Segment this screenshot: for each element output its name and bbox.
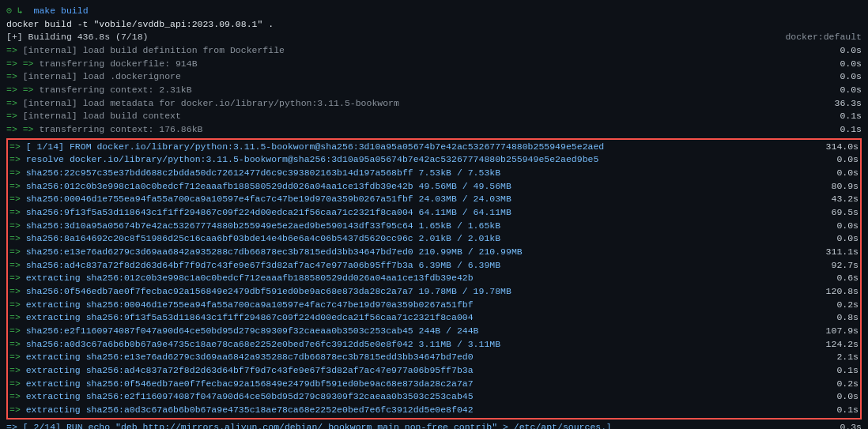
highlighted-line: => sha256:e13e76ad6279c3d69aa6842a935288… [9,246,859,259]
highlighted-line: => sha256:012c0b3e998c1a0c0bedcf712eaaaf… [9,180,859,194]
pre-line: => [internal] load build context0.1s [6,110,862,123]
highlighted-line: => sha256:a0d3c67a6b6b0b67a9e4735c18ae78… [9,338,859,352]
highlighted-block: => [ 1/14] FROM docker.io/library/python… [6,138,862,420]
highlighted-line: => sha256:22c957c35e37bdd688c2bdda50dc72… [9,167,859,180]
pre-line: => [internal] load build definition from… [6,44,862,58]
highlighted-line: => sha256:0f546edb7ae0f7fecbac92a156849e… [9,285,859,299]
highlighted-line: => resolve docker.io/library/python:3.11… [9,153,859,167]
footer-1-time: 0.3s [818,421,862,429]
highlighted-line: => sha256:8a164692c20c8f51986d25c16caa6b… [9,232,859,246]
footer-line-1: => [ 2/14] RUN echo "deb http://mirrors.… [6,421,862,429]
highlighted-line: => extracting sha256:00046d1e755ea94fa55… [9,299,859,312]
highlighted-lines: => [ 1/14] FROM docker.io/library/python… [9,141,859,417]
pre-line: => [internal] load .dockerignore0.0s [6,70,862,84]
docker-build-command: docker build -t "vobile/svddb_api:2023.0… [6,18,862,32]
pre-line: => => transferring dockerfile: 914B0.0s [6,58,862,71]
highlighted-line: => sha256:00046d1e755ea94fa55a700ca9a105… [9,193,859,206]
highlighted-line: => sha256:e2f1160974087f047a90d64ce50bd9… [9,325,859,338]
highlighted-line: => sha256:ad4c837a72f8d2d63d64bf7f9d7c43… [9,259,859,273]
pre-line: => [internal] load metadata for docker.i… [6,97,862,111]
make-build-line: ⊙ ↳ make build [6,5,862,18]
pre-highlight-section: => [internal] load build definition from… [6,44,862,137]
highlighted-line: => extracting sha256:9f13f5a53d118643c1f… [9,311,859,325]
highlighted-line: => sha256:9f13f5a53d118643c1f1ff294867c0… [9,206,859,220]
make-build-text: ⊙ ↳ make build [6,5,89,18]
terminal: ⊙ ↳ make build docker build -t "vobile/s… [0,0,868,429]
highlighted-line: => extracting sha256:ad4c837a72f8d2d63d6… [9,364,859,378]
highlighted-line: => extracting sha256:a0d3c67a6b6b0b67a9e… [9,404,859,417]
highlighted-line: => extracting sha256:012c0b3e998c1a0c0be… [9,272,859,285]
highlighted-line: => sha256:3d10a95a05674b7e42ac5326777488… [9,220,859,233]
building-status: [+] Building 436.8s (7/18) docker:defaul… [6,31,862,44]
highlighted-line: => extracting sha256:e2f1160974087f047a9… [9,390,859,404]
highlighted-line: => [ 1/14] FROM docker.io/library/python… [9,141,859,154]
footer-1-text: => [ 2/14] RUN echo "deb http://mirrors.… [6,421,612,429]
pre-line: => => transferring context: 2.31kB0.0s [6,84,862,97]
highlighted-line: => extracting sha256:e13e76ad6279c3d69aa… [9,351,859,364]
highlighted-line: => extracting sha256:0f546edb7ae0f7fecba… [9,378,859,391]
pre-line: => => transferring context: 176.86kB0.1s [6,123,862,137]
